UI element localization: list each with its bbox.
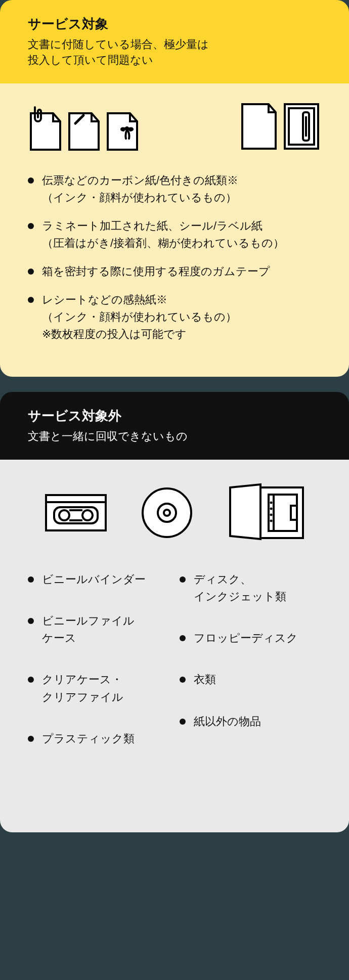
list-item: 紙以外の物品 [180, 713, 321, 730]
paper-fold-icon [66, 106, 102, 152]
out-of-service-icons [28, 482, 321, 543]
disc-icon [139, 485, 195, 541]
list-item: 伝票などのカーボン紙/色付きの紙類※ （インク・顔料が使われているもの） [28, 172, 321, 206]
svg-point-21 [270, 514, 273, 516]
list-item-main: 伝票などのカーボン紙/色付きの紙類※ [42, 174, 238, 187]
service-target-list: 伝票などのカーボン紙/色付きの紙類※ （インク・顔料が使われているもの） ラミネ… [28, 172, 321, 343]
list-item-text: クリアケース・ クリアファイル [42, 673, 123, 703]
list-item-sub: （インク・顔料が使われているもの） [42, 189, 321, 206]
open-folder-icon [225, 482, 306, 543]
list-item-text: 衣類 [194, 673, 216, 686]
paper-clip-icon [28, 106, 63, 152]
cassette-icon [43, 490, 109, 536]
list-item: ラミネート加工された紙、シール/ラベル紙 （圧着はがき/接着剤、糊が使われている… [28, 217, 321, 252]
service-target-icons [28, 101, 321, 152]
out-list-left: ビニールバインダー ビニールファイル ケース クリアケース・ クリアファイル プ… [28, 571, 169, 772]
list-item: レシートなどの感熱紙※ （インク・顔料が使われているもの） ※数枚程度の投入は可… [28, 291, 321, 343]
paper-string-icon [105, 106, 140, 152]
service-target-card: サービス対象 文書に付随している場合、極少量は 投入して頂いて問題ない [0, 0, 349, 377]
list-item: 箱を密封する際に使用する程度のガムテープ [28, 263, 321, 280]
service-target-body: 伝票などのカーボン紙/色付きの紙類※ （インク・顔料が使われているもの） ラミネ… [0, 83, 349, 377]
list-item: プラスティック類 [28, 730, 169, 747]
list-item-text: ビニールファイル ケース [42, 614, 135, 644]
list-item-main: レシートなどの感熱紙※ [42, 293, 167, 306]
list-item-text: プラスティック類 [42, 732, 135, 745]
svg-point-22 [270, 520, 273, 522]
binder-icon [282, 101, 321, 152]
svg-point-20 [270, 508, 273, 510]
list-item: 衣類 [180, 671, 321, 688]
list-item-text: 紙以外の物品 [194, 715, 261, 728]
paper-icons-group [28, 106, 140, 152]
list-item-text: フロッピーディスク [194, 632, 298, 644]
list-item-sub: （インク・顔料が使われているもの） ※数枚程度の投入は可能です [42, 308, 321, 343]
list-item-main: ラミネート加工された紙、シール/ラベル紙 [42, 219, 263, 232]
list-item-sub: （圧着はがき/接着剤、糊が使われているもの） [42, 235, 321, 252]
list-item: ビニールバインダー [28, 571, 169, 588]
svg-point-19 [270, 502, 273, 504]
out-of-service-subtitle: 文書と一緒に回収できないもの [28, 429, 321, 444]
svg-point-13 [143, 488, 191, 537]
list-item-main: 箱を密封する際に使用する程度のガムテープ [42, 265, 270, 278]
out-list-right: ディスク、 インクジェット類 フロッピーディスク 衣類 紙以外の物品 [180, 571, 321, 772]
service-target-title: サービス対象 [28, 15, 321, 33]
document-icon [239, 101, 279, 152]
list-item-text: ディスク、 インクジェット類 [194, 573, 286, 603]
out-of-service-columns: ビニールバインダー ビニールファイル ケース クリアケース・ クリアファイル プ… [28, 571, 321, 772]
out-of-service-body: ビニールバインダー ビニールファイル ケース クリアケース・ クリアファイル プ… [0, 460, 349, 832]
service-target-subtitle: 文書に付随している場合、極少量は 投入して頂いて問題ない [28, 37, 321, 68]
out-of-service-card: サービス対象外 文書と一緒に回収できないもの [0, 392, 349, 832]
service-target-header: サービス対象 文書に付随している場合、極少量は 投入して頂いて問題ない [0, 0, 349, 83]
list-item: フロッピーディスク [180, 630, 321, 647]
list-item: ディスク、 インクジェット類 [180, 571, 321, 605]
folder-icons-group [239, 101, 321, 152]
list-item: ビニールファイル ケース [28, 612, 169, 647]
out-of-service-header: サービス対象外 文書と一緒に回収できないもの [0, 392, 349, 460]
list-item: クリアケース・ クリアファイル [28, 671, 169, 705]
list-item-text: ビニールバインダー [42, 573, 146, 586]
out-of-service-title: サービス対象外 [28, 407, 321, 425]
